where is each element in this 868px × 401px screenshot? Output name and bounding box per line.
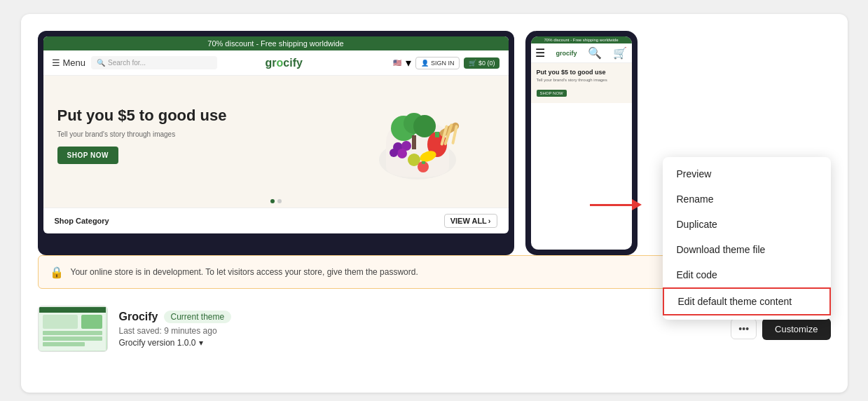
last-saved: Last saved: 9 minutes ago xyxy=(119,326,720,336)
mobile-shop-now[interactable]: SHOP NOW xyxy=(537,90,567,97)
more-button[interactable]: ••• xyxy=(731,318,757,339)
dropdown-item-download[interactable]: Download theme file xyxy=(663,237,831,262)
shop-now-button[interactable]: SHOP NOW xyxy=(57,147,118,164)
banner-text: 70% discount - Free shipping worldwide xyxy=(207,39,343,48)
mobile-mockup: 70% discount - Free shipping worldwide ☰… xyxy=(525,31,638,255)
hero-image xyxy=(340,90,495,181)
current-theme-badge: Current theme xyxy=(164,311,232,323)
grocery-svg xyxy=(347,90,488,181)
theme-actions: ••• Customize xyxy=(731,318,830,340)
store-banner: 70% discount - Free shipping worldwide xyxy=(43,36,509,50)
svg-point-9 xyxy=(397,149,407,158)
dropdown-menu: Preview Rename Duplicate Download theme … xyxy=(663,157,831,320)
nav-logo: grocify xyxy=(266,57,303,69)
mobile-hero: Put you $5 to good use Tell your brand's… xyxy=(531,63,632,103)
arrow-annotation xyxy=(590,199,642,210)
svg-rect-4 xyxy=(412,135,416,149)
mobile-search-icon: 🔍 xyxy=(588,46,602,60)
mobile-logo: grocify xyxy=(556,50,577,57)
svg-rect-25 xyxy=(81,315,102,329)
svg-rect-22 xyxy=(43,331,102,335)
svg-rect-6 xyxy=(435,132,439,137)
theme-title-row: Grocify Current theme xyxy=(119,311,720,323)
svg-rect-24 xyxy=(43,342,85,346)
hero-text: Put you $5 to good use Tell your brand's… xyxy=(57,107,254,164)
dot-1 xyxy=(270,199,275,203)
view-all-button[interactable]: VIEW ALL › xyxy=(444,214,497,228)
main-card: 70% discount - Free shipping worldwide ☰… xyxy=(21,14,848,393)
svg-rect-20 xyxy=(39,307,106,313)
mobile-nav: ☰ grocify 🔍 🛒 xyxy=(531,43,632,63)
hero-section: Put you $5 to good use Tell your brand's… xyxy=(43,76,509,195)
version-row[interactable]: Grocify version 1.0.0 ▾ xyxy=(119,338,720,348)
store-nav: ☰ Menu 🔍 Search for... grocify 🇺🇸 ▾ xyxy=(43,50,509,76)
password-bar-message: Your online store is in development. To … xyxy=(71,267,418,277)
nav-actions: 🇺🇸 ▾ 👤 SIGN IN 🛒 $0 (0) xyxy=(393,56,500,69)
svg-rect-21 xyxy=(43,315,78,329)
mobile-hero-subtext: Tell your brand's story through images xyxy=(537,78,626,82)
shop-category-label: Shop Category xyxy=(55,217,109,225)
svg-point-10 xyxy=(390,149,398,157)
version-text: Grocify version 1.0.0 xyxy=(119,338,196,348)
mobile-menu-icon: ☰ xyxy=(535,46,545,60)
theme-thumbnail xyxy=(38,306,108,352)
sign-in-button[interactable]: 👤 SIGN IN xyxy=(415,57,460,69)
hero-subtext: Tell your brand's story through images xyxy=(57,130,254,138)
theme-details: Grocify Current theme Last saved: 9 minu… xyxy=(119,311,720,348)
mobile-cart-icon: 🛒 xyxy=(613,46,627,60)
theme-thumbnail-svg xyxy=(39,307,106,351)
svg-rect-23 xyxy=(43,337,102,341)
theme-name: Grocify xyxy=(119,311,158,323)
arrow-body xyxy=(590,204,632,206)
dropdown-item-rename[interactable]: Rename xyxy=(663,186,831,212)
lock-icon: 🔒 xyxy=(50,266,64,279)
mobile-banner: 70% discount - Free shipping worldwide xyxy=(531,36,632,43)
desktop-mockup: 70% discount - Free shipping worldwide ☰… xyxy=(38,31,514,255)
version-chevron: ▾ xyxy=(199,338,203,348)
dropdown-item-editcode[interactable]: Edit code xyxy=(663,262,831,287)
mobile-hero-heading: Put you $5 to good use xyxy=(537,69,626,76)
desktop-screen: 70% discount - Free shipping worldwide ☰… xyxy=(43,36,509,233)
preview-area: 70% discount - Free shipping worldwide ☰… xyxy=(38,31,831,255)
dot-2 xyxy=(277,199,282,203)
dropdown-item-editcontent[interactable]: Edit default theme content xyxy=(663,287,831,315)
customize-button[interactable]: Customize xyxy=(762,318,830,340)
shop-category-bar: Shop Category VIEW ALL › xyxy=(43,208,509,233)
nav-search: 🔍 Search for... xyxy=(91,56,217,69)
carousel-dots xyxy=(43,195,509,208)
dropdown-item-preview[interactable]: Preview xyxy=(663,161,831,186)
dropdown-item-duplicate[interactable]: Duplicate xyxy=(663,212,831,237)
mobile-screen: 70% discount - Free shipping worldwide ☰… xyxy=(531,36,632,250)
svg-rect-18 xyxy=(422,161,425,164)
flag-icon: 🇺🇸 xyxy=(393,59,401,67)
nav-menu-icon: ☰ Menu xyxy=(52,57,86,68)
arrow-head xyxy=(632,199,642,210)
cart-button[interactable]: 🛒 $0 (0) xyxy=(464,57,500,69)
hero-heading: Put you $5 to good use xyxy=(57,107,254,125)
